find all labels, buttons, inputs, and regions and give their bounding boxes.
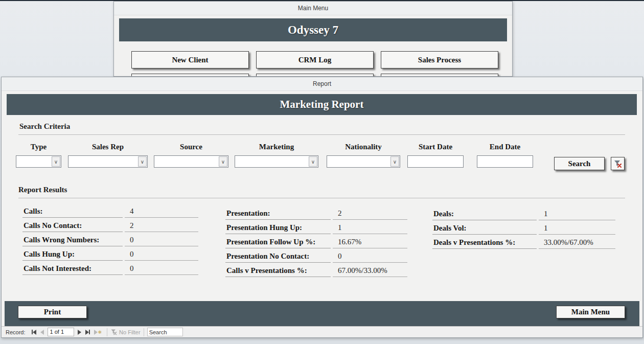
nationality-combobox[interactable]: ∨ [327, 155, 400, 168]
start-date-field: Start Date [407, 143, 464, 168]
marketing-field: Marketing ∨ [235, 143, 318, 168]
section-divider [18, 134, 625, 135]
odyssey-header: Odyssey 7 [119, 18, 507, 41]
marketing-combobox[interactable]: ∨ [235, 155, 318, 168]
last-record-icon[interactable] [85, 330, 90, 335]
result-value: 16.67% [333, 238, 407, 248]
start-date-input[interactable] [407, 155, 464, 168]
result-label: Calls No Contact: [22, 221, 123, 232]
divider [107, 328, 107, 336]
nationality-label: Nationality [327, 143, 400, 151]
result-value: 0 [333, 252, 407, 263]
main-menu-window-title: Main Menu [114, 2, 512, 15]
record-search-input[interactable] [147, 328, 183, 336]
result-label: Calls Hung Up: [22, 250, 123, 261]
result-value: 4 [125, 207, 198, 218]
crm-log-button[interactable]: CRM Log [256, 51, 374, 68]
result-value: 1 [539, 210, 615, 220]
result-label: Presentation No Contact: [225, 252, 331, 263]
result-value: 0 [125, 236, 198, 246]
filter-clear-icon [613, 159, 622, 168]
result-value: 67.00%/33.00% [333, 266, 407, 277]
main-menu-button[interactable]: Main Menu [556, 306, 625, 318]
main-menu-window: Main Menu Odyssey 7 New Client CRM Log S… [113, 1, 513, 77]
sales-rep-combobox[interactable]: ∨ [68, 155, 148, 168]
section-divider [18, 198, 625, 198]
record-position: 1 of 1 [48, 328, 74, 336]
source-field: Source ∨ [154, 143, 228, 168]
new-client-button[interactable]: New Client [131, 51, 249, 68]
chevron-down-icon[interactable]: ∨ [52, 156, 60, 167]
result-value: 33.00%/67.00% [539, 238, 615, 249]
sales-process-button[interactable]: Sales Process [381, 51, 498, 68]
result-row-presentation: Presentation: 2 [225, 209, 407, 220]
result-label: Deals Vol: [432, 224, 537, 235]
start-date-label: Start Date [407, 143, 464, 151]
result-label: Presentation Hung Up: [225, 223, 331, 234]
report-window-title: Report [2, 77, 642, 91]
search-button[interactable]: Search [554, 157, 605, 170]
result-row-deals-vol: Deals Vol: 1 [432, 224, 615, 235]
search-criteria-title: Search Criteria [19, 122, 70, 131]
marketing-label: Marketing [235, 143, 318, 151]
print-button[interactable]: Print [18, 306, 87, 318]
result-label: Calls: [22, 207, 123, 218]
no-filter-label: No Filter [119, 329, 141, 335]
result-label: Calls v Presentations %: [225, 266, 331, 277]
report-window: Report Marketing Report Search Criteria … [1, 77, 643, 338]
result-row-calls-wrong-numbers: Calls Wrong Numbers: 0 [22, 236, 198, 246]
end-date-input[interactable] [477, 155, 533, 168]
result-value: 0 [125, 264, 198, 275]
result-value: 2 [125, 221, 198, 232]
type-field: Type ∨ [16, 143, 61, 168]
chevron-down-icon[interactable]: ∨ [219, 156, 227, 167]
marketing-report-header: Marketing Report [7, 94, 637, 115]
chevron-down-icon[interactable]: ∨ [309, 156, 317, 167]
result-row-calls-not-interested: Calls Not Interested: 0 [22, 264, 198, 275]
sales-rep-field: Sales Rep ∨ [68, 143, 148, 168]
result-row-presentation-no-contact: Presentation No Contact: 0 [225, 252, 407, 263]
type-combobox[interactable]: ∨ [16, 155, 61, 168]
nationality-field: Nationality ∨ [327, 143, 400, 168]
result-row-deals-v-presentations: Deals v Presentations %: 33.00%/67.00% [432, 238, 615, 249]
result-row-presentation-follow-up: Presentation Follow Up %: 16.67% [225, 238, 407, 248]
result-value: 2 [333, 209, 407, 220]
chevron-down-icon[interactable]: ∨ [390, 156, 399, 167]
result-row-calls-hung-up: Calls Hung Up: 0 [22, 250, 198, 261]
source-label: Source [154, 143, 228, 151]
record-navigation-bar: Record: 1 of 1 ✱ No Filter [2, 326, 642, 337]
source-combobox[interactable]: ∨ [154, 155, 228, 168]
previous-record-icon[interactable] [40, 330, 44, 335]
result-label: Deals: [432, 210, 537, 220]
divider [144, 328, 144, 336]
result-value: 0 [125, 250, 198, 261]
result-label: Presentation: [225, 209, 331, 220]
report-footer-bar: Print Main Menu [5, 301, 639, 326]
result-value: 1 [333, 223, 407, 234]
record-label: Record: [6, 329, 26, 335]
result-row-calls: Calls: 4 [22, 207, 198, 218]
no-filter-icon [110, 329, 117, 335]
filter-status[interactable]: No Filter [110, 329, 141, 335]
result-label: Deals v Presentations %: [432, 238, 537, 249]
result-row-calls-v-presentations: Calls v Presentations %: 67.00%/33.00% [225, 266, 407, 277]
result-row-calls-no-contact: Calls No Contact: 2 [22, 221, 198, 232]
chevron-down-icon[interactable]: ∨ [138, 156, 147, 167]
new-record-icon[interactable]: ✱ [94, 330, 102, 335]
next-record-icon[interactable] [78, 330, 81, 335]
result-row-deals: Deals: 1 [432, 210, 615, 220]
end-date-label: End Date [477, 143, 533, 151]
sales-rep-label: Sales Rep [68, 143, 148, 151]
end-date-field: End Date [477, 143, 533, 168]
result-row-presentation-hung-up: Presentation Hung Up: 1 [225, 223, 407, 234]
report-results-title: Report Results [18, 186, 67, 194]
clear-filter-button[interactable] [611, 157, 625, 170]
result-value: 1 [539, 224, 615, 235]
result-label: Calls Not Interested: [22, 264, 123, 275]
first-record-icon[interactable] [32, 330, 36, 335]
type-label: Type [16, 143, 61, 151]
result-label: Calls Wrong Numbers: [22, 236, 123, 246]
result-label: Presentation Follow Up %: [225, 238, 331, 248]
